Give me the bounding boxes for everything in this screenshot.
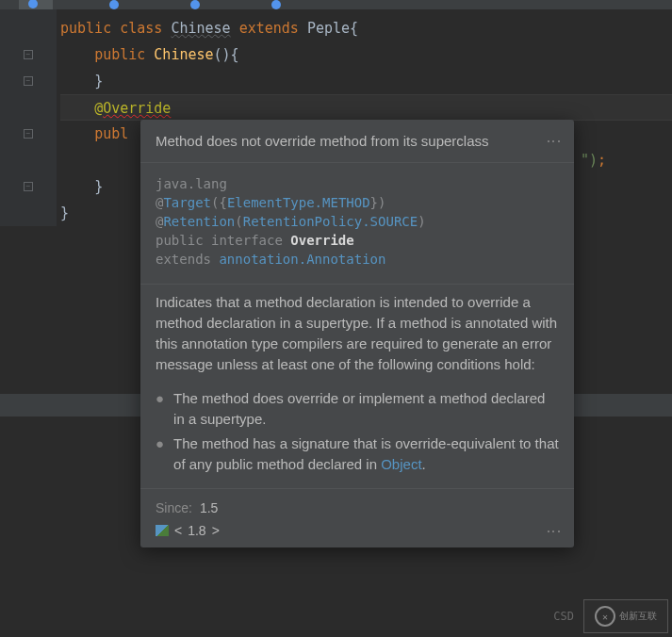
more-actions-icon[interactable]: ⋮ xyxy=(545,524,563,538)
brand-logo: ✕ 创新互联 xyxy=(583,599,668,633)
nav-prev[interactable]: < xyxy=(174,523,182,538)
error-message: Method does not override method from its… xyxy=(156,133,489,149)
doc-link[interactable]: Target xyxy=(163,195,211,210)
java-file-icon xyxy=(190,0,200,9)
logo-icon: ✕ xyxy=(595,606,615,627)
more-actions-icon[interactable]: ⋮ xyxy=(545,134,563,148)
java-file-icon xyxy=(109,0,119,9)
watermark-text: CSD xyxy=(553,610,574,623)
bullet-icon: ● xyxy=(156,388,164,430)
documentation-popup: Method does not override method from its… xyxy=(140,120,574,547)
since-label: Since:1.5 xyxy=(156,500,563,515)
doc-link[interactable]: RetentionPolicy.SOURCE xyxy=(243,214,418,229)
file-tab[interactable] xyxy=(262,0,296,9)
list-item: ●The method has a signature that is over… xyxy=(156,433,559,475)
fold-icon[interactable]: − xyxy=(0,41,57,68)
java-file-icon xyxy=(271,0,281,9)
gutter-row xyxy=(0,15,57,41)
doc-signature: java.lang @Target({ElementType.METHOD}) … xyxy=(140,163,574,284)
library-icon xyxy=(156,525,169,536)
code-line[interactable]: } xyxy=(60,68,672,94)
doc-list: ●The method does override or implement a… xyxy=(140,388,574,488)
gutter-row xyxy=(0,94,57,121)
editor-tabs xyxy=(0,0,672,9)
doc-link[interactable]: annotation.Annotation xyxy=(219,252,385,267)
popup-header: Method does not override method from its… xyxy=(140,120,574,162)
code-line[interactable]: public class Chinese extends Peple{ xyxy=(60,15,672,41)
file-tab[interactable] xyxy=(181,0,215,9)
doc-link[interactable]: Object xyxy=(381,456,421,472)
doc-link[interactable]: ElementType.METHOD xyxy=(227,195,370,210)
nav-next[interactable]: > xyxy=(212,523,220,538)
gutter-row xyxy=(0,147,57,173)
bullet-icon: ● xyxy=(156,433,164,475)
java-file-icon xyxy=(28,0,38,8)
list-item: ●The method does override or implement a… xyxy=(156,388,559,430)
doc-link[interactable]: Retention xyxy=(163,214,235,229)
fold-icon[interactable]: − xyxy=(0,121,57,147)
version-label: 1.8 xyxy=(188,523,205,538)
file-tab[interactable] xyxy=(19,0,53,9)
file-tab[interactable] xyxy=(100,0,134,9)
doc-footer: Since:1.5 < 1.8 > ⋮ xyxy=(140,489,574,547)
gutter: − − − − xyxy=(0,9,57,226)
fold-icon[interactable]: − xyxy=(0,68,57,94)
code-line[interactable]: public Chinese(){ xyxy=(60,41,672,68)
watermark: CSD ✕ 创新互联 xyxy=(0,596,672,637)
version-nav: < 1.8 > xyxy=(156,523,220,538)
gutter-row xyxy=(0,200,57,226)
code-line-active[interactable]: @Override xyxy=(60,94,672,121)
fold-icon[interactable]: − xyxy=(0,173,57,200)
doc-description: Indicates that a method declaration is i… xyxy=(140,285,574,388)
